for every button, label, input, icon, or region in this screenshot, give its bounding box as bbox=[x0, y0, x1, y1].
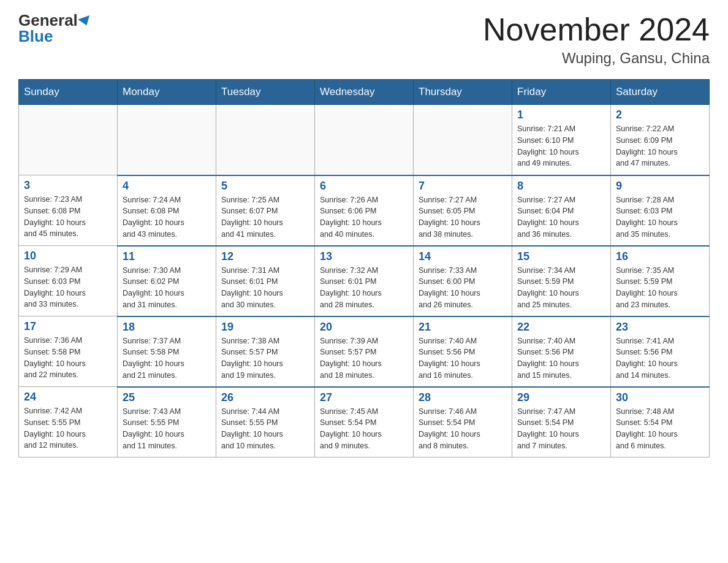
calendar-day-cell: 14Sunrise: 7:33 AMSunset: 6:00 PMDayligh… bbox=[414, 246, 512, 316]
calendar-day-cell bbox=[216, 105, 315, 175]
location-title: Wuping, Gansu, China bbox=[483, 50, 710, 67]
day-number: 23 bbox=[616, 321, 704, 334]
day-info: Sunrise: 7:28 AMSunset: 6:03 PMDaylight:… bbox=[616, 194, 704, 240]
day-number: 3 bbox=[24, 179, 112, 192]
day-info: Sunrise: 7:47 AMSunset: 5:54 PMDaylight:… bbox=[517, 406, 605, 452]
calendar-day-cell: 16Sunrise: 7:35 AMSunset: 5:59 PMDayligh… bbox=[611, 246, 710, 316]
day-info: Sunrise: 7:25 AMSunset: 6:07 PMDaylight:… bbox=[221, 194, 309, 240]
day-number: 12 bbox=[221, 250, 309, 263]
month-title: November 2024 bbox=[483, 12, 710, 47]
calendar-day-cell bbox=[414, 105, 512, 175]
day-info: Sunrise: 7:39 AMSunset: 5:57 PMDaylight:… bbox=[320, 335, 408, 381]
day-of-week-header: Sunday bbox=[19, 80, 118, 105]
calendar-day-cell: 3Sunrise: 7:23 AMSunset: 6:08 PMDaylight… bbox=[19, 175, 118, 246]
day-info: Sunrise: 7:22 AMSunset: 6:09 PMDaylight:… bbox=[616, 123, 704, 169]
calendar-day-cell: 7Sunrise: 7:27 AMSunset: 6:05 PMDaylight… bbox=[414, 175, 512, 246]
calendar-week-row: 10Sunrise: 7:29 AMSunset: 6:03 PMDayligh… bbox=[19, 246, 710, 316]
calendar-title-area: November 2024 Wuping, Gansu, China bbox=[483, 12, 710, 67]
day-number: 28 bbox=[419, 391, 507, 404]
day-of-week-header: Tuesday bbox=[216, 80, 315, 105]
day-of-week-header: Thursday bbox=[414, 80, 512, 105]
calendar-day-cell: 15Sunrise: 7:34 AMSunset: 5:59 PMDayligh… bbox=[512, 246, 611, 316]
day-number: 27 bbox=[320, 391, 408, 404]
day-info: Sunrise: 7:38 AMSunset: 5:57 PMDaylight:… bbox=[221, 335, 309, 381]
calendar-day-cell: 11Sunrise: 7:30 AMSunset: 6:02 PMDayligh… bbox=[118, 246, 216, 316]
day-number: 17 bbox=[24, 320, 112, 333]
calendar-day-cell: 26Sunrise: 7:44 AMSunset: 5:55 PMDayligh… bbox=[216, 387, 315, 458]
calendar-day-cell: 22Sunrise: 7:40 AMSunset: 5:56 PMDayligh… bbox=[512, 316, 611, 387]
day-info: Sunrise: 7:24 AMSunset: 6:08 PMDaylight:… bbox=[123, 194, 211, 240]
day-number: 29 bbox=[517, 391, 605, 404]
calendar-day-cell: 8Sunrise: 7:27 AMSunset: 6:04 PMDaylight… bbox=[512, 175, 611, 246]
day-info: Sunrise: 7:31 AMSunset: 6:01 PMDaylight:… bbox=[221, 265, 309, 311]
calendar-week-row: 1Sunrise: 7:21 AMSunset: 6:10 PMDaylight… bbox=[19, 105, 710, 175]
day-of-week-header: Monday bbox=[118, 80, 216, 105]
calendar-day-cell: 23Sunrise: 7:41 AMSunset: 5:56 PMDayligh… bbox=[611, 316, 710, 387]
day-of-week-header: Friday bbox=[512, 80, 611, 105]
calendar-day-cell: 12Sunrise: 7:31 AMSunset: 6:01 PMDayligh… bbox=[216, 246, 315, 316]
day-number: 30 bbox=[616, 391, 704, 404]
day-info: Sunrise: 7:45 AMSunset: 5:54 PMDaylight:… bbox=[320, 406, 408, 452]
day-number: 13 bbox=[320, 250, 408, 263]
day-info: Sunrise: 7:23 AMSunset: 6:08 PMDaylight:… bbox=[24, 194, 112, 240]
calendar-day-cell: 9Sunrise: 7:28 AMSunset: 6:03 PMDaylight… bbox=[611, 175, 710, 246]
calendar-day-cell: 25Sunrise: 7:43 AMSunset: 5:55 PMDayligh… bbox=[118, 387, 216, 458]
day-info: Sunrise: 7:27 AMSunset: 6:04 PMDaylight:… bbox=[517, 194, 605, 240]
calendar-week-row: 17Sunrise: 7:36 AMSunset: 5:58 PMDayligh… bbox=[19, 316, 710, 387]
day-number: 24 bbox=[24, 391, 112, 404]
day-number: 10 bbox=[24, 250, 112, 262]
day-info: Sunrise: 7:40 AMSunset: 5:56 PMDaylight:… bbox=[517, 335, 605, 381]
day-number: 14 bbox=[419, 250, 507, 263]
calendar-day-cell: 18Sunrise: 7:37 AMSunset: 5:58 PMDayligh… bbox=[118, 316, 216, 387]
calendar-day-cell: 24Sunrise: 7:42 AMSunset: 5:55 PMDayligh… bbox=[19, 387, 118, 458]
day-info: Sunrise: 7:34 AMSunset: 5:59 PMDaylight:… bbox=[517, 265, 605, 311]
calendar-day-cell: 6Sunrise: 7:26 AMSunset: 6:06 PMDaylight… bbox=[315, 175, 414, 246]
calendar-day-cell: 2Sunrise: 7:22 AMSunset: 6:09 PMDaylight… bbox=[611, 105, 710, 175]
calendar-day-cell: 27Sunrise: 7:45 AMSunset: 5:54 PMDayligh… bbox=[315, 387, 414, 458]
day-info: Sunrise: 7:41 AMSunset: 5:56 PMDaylight:… bbox=[616, 335, 704, 381]
day-info: Sunrise: 7:44 AMSunset: 5:55 PMDaylight:… bbox=[221, 406, 309, 452]
logo: General Blue bbox=[18, 12, 91, 46]
calendar-day-cell: 17Sunrise: 7:36 AMSunset: 5:58 PMDayligh… bbox=[19, 316, 118, 387]
day-info: Sunrise: 7:30 AMSunset: 6:02 PMDaylight:… bbox=[123, 265, 211, 311]
day-number: 4 bbox=[123, 180, 211, 193]
day-number: 18 bbox=[123, 321, 211, 334]
day-number: 7 bbox=[419, 180, 507, 193]
day-of-week-header: Wednesday bbox=[315, 80, 414, 105]
day-info: Sunrise: 7:37 AMSunset: 5:58 PMDaylight:… bbox=[123, 335, 211, 381]
day-number: 1 bbox=[517, 109, 605, 121]
calendar-day-cell: 4Sunrise: 7:24 AMSunset: 6:08 PMDaylight… bbox=[118, 175, 216, 246]
calendar-day-cell: 20Sunrise: 7:39 AMSunset: 5:57 PMDayligh… bbox=[315, 316, 414, 387]
day-number: 19 bbox=[221, 321, 309, 334]
calendar-day-cell: 30Sunrise: 7:48 AMSunset: 5:54 PMDayligh… bbox=[611, 387, 710, 458]
calendar-day-cell: 19Sunrise: 7:38 AMSunset: 5:57 PMDayligh… bbox=[216, 316, 315, 387]
calendar-day-cell bbox=[118, 105, 216, 175]
day-info: Sunrise: 7:48 AMSunset: 5:54 PMDaylight:… bbox=[616, 406, 704, 452]
calendar-day-cell: 1Sunrise: 7:21 AMSunset: 6:10 PMDaylight… bbox=[512, 105, 611, 175]
calendar-day-cell: 13Sunrise: 7:32 AMSunset: 6:01 PMDayligh… bbox=[315, 246, 414, 316]
calendar-day-cell: 29Sunrise: 7:47 AMSunset: 5:54 PMDayligh… bbox=[512, 387, 611, 458]
day-info: Sunrise: 7:29 AMSunset: 6:03 PMDaylight:… bbox=[24, 264, 112, 310]
day-number: 22 bbox=[517, 321, 605, 334]
day-number: 25 bbox=[123, 391, 211, 404]
day-info: Sunrise: 7:42 AMSunset: 5:55 PMDaylight:… bbox=[24, 405, 112, 451]
calendar-day-cell bbox=[19, 105, 118, 175]
calendar-table: SundayMondayTuesdayWednesdayThursdayFrid… bbox=[18, 79, 710, 458]
day-number: 5 bbox=[221, 180, 309, 193]
day-number: 6 bbox=[320, 180, 408, 193]
day-info: Sunrise: 7:33 AMSunset: 6:00 PMDaylight:… bbox=[419, 265, 507, 311]
day-info: Sunrise: 7:26 AMSunset: 6:06 PMDaylight:… bbox=[320, 194, 408, 240]
day-info: Sunrise: 7:46 AMSunset: 5:54 PMDaylight:… bbox=[419, 406, 507, 452]
day-number: 11 bbox=[123, 250, 211, 263]
day-info: Sunrise: 7:35 AMSunset: 5:59 PMDaylight:… bbox=[616, 265, 704, 311]
logo-blue: Blue bbox=[18, 27, 53, 46]
logo-triangle-icon bbox=[78, 15, 93, 28]
day-number: 16 bbox=[616, 250, 704, 263]
calendar-header-row: SundayMondayTuesdayWednesdayThursdayFrid… bbox=[19, 80, 710, 105]
calendar-week-row: 24Sunrise: 7:42 AMSunset: 5:55 PMDayligh… bbox=[19, 387, 710, 458]
day-info: Sunrise: 7:43 AMSunset: 5:55 PMDaylight:… bbox=[123, 406, 211, 452]
day-number: 20 bbox=[320, 321, 408, 334]
day-number: 21 bbox=[419, 321, 507, 334]
page-header: General Blue November 2024 Wuping, Gansu… bbox=[18, 12, 710, 67]
day-info: Sunrise: 7:36 AMSunset: 5:58 PMDaylight:… bbox=[24, 335, 112, 381]
